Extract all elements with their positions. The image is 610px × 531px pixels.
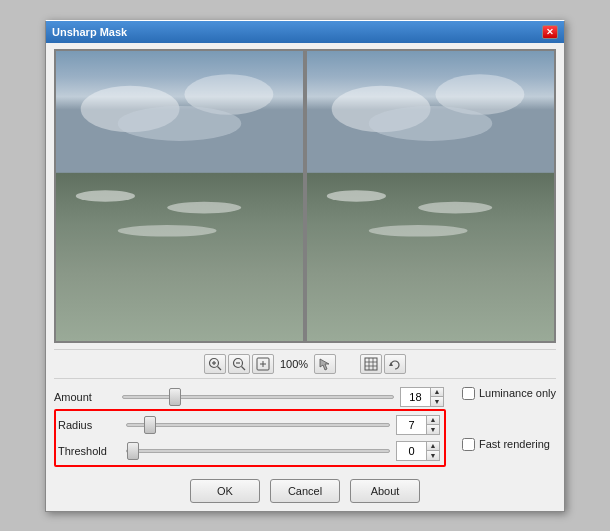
title-bar-controls: ✕	[542, 25, 558, 39]
amount-slider-container	[122, 387, 394, 407]
threshold-input[interactable]: 0	[396, 441, 426, 461]
window-title: Unsharp Mask	[52, 26, 127, 38]
svg-point-6	[167, 201, 241, 213]
zoom-fit-icon	[256, 357, 270, 371]
preview-panel-right	[307, 51, 554, 341]
threshold-slider-container	[126, 441, 390, 461]
threshold-spinbox: 0 ▲ ▼	[396, 441, 442, 461]
svg-point-15	[369, 225, 468, 237]
amount-input[interactable]: 18	[400, 387, 430, 407]
close-button[interactable]: ✕	[542, 25, 558, 39]
highlighted-controls: Radius 7 ▲ ▼	[54, 409, 446, 467]
luminance-label: Luminance only	[479, 387, 556, 399]
luminance-checkbox[interactable]	[462, 387, 475, 400]
radius-slider-container	[126, 415, 390, 435]
undo-icon	[388, 357, 402, 371]
radius-slider[interactable]	[126, 423, 390, 427]
grid-icon	[364, 357, 378, 371]
svg-point-5	[76, 190, 135, 202]
amount-up-arrow[interactable]: ▲	[430, 387, 444, 397]
svg-point-11	[369, 106, 493, 141]
threshold-up-arrow[interactable]: ▲	[426, 441, 440, 451]
amount-down-arrow[interactable]: ▼	[430, 396, 444, 407]
radius-spinbox: 7 ▲ ▼	[396, 415, 442, 435]
cursor-icon	[318, 357, 332, 371]
cursor-tool-button[interactable]	[314, 354, 336, 374]
zoom-fit-button[interactable]	[252, 354, 274, 374]
dialog-content: 100%	[46, 43, 564, 511]
cancel-button[interactable]: Cancel	[270, 479, 340, 503]
radius-up-arrow[interactable]: ▲	[426, 415, 440, 425]
svg-line-17	[217, 366, 221, 370]
radius-label: Radius	[58, 419, 120, 431]
threshold-label: Threshold	[58, 445, 120, 457]
preview-image-left	[56, 51, 303, 341]
preview-toolbar: 100%	[54, 349, 556, 379]
amount-arrows: ▲ ▼	[430, 387, 444, 407]
luminance-checkbox-row: Luminance only	[462, 387, 556, 400]
svg-marker-26	[320, 359, 329, 370]
ok-button[interactable]: OK	[190, 479, 260, 503]
about-button[interactable]: About	[350, 479, 420, 503]
fast-rendering-label: Fast rendering	[479, 438, 550, 450]
controls-and-checkboxes: Amount 18 ▲ ▼ R	[54, 387, 556, 469]
preview-area	[54, 49, 556, 343]
zoom-level-label: 100%	[280, 358, 308, 370]
zoom-out-button[interactable]	[228, 354, 250, 374]
threshold-slider[interactable]	[126, 449, 390, 453]
undo-button[interactable]	[384, 354, 406, 374]
svg-line-21	[241, 366, 245, 370]
radius-down-arrow[interactable]: ▼	[426, 424, 440, 435]
fast-rendering-checkbox[interactable]	[462, 438, 475, 451]
preview-panel-left	[56, 51, 303, 341]
grid-button[interactable]	[360, 354, 382, 374]
threshold-arrows: ▲ ▼	[426, 441, 440, 461]
preview-image-right	[307, 51, 554, 341]
svg-point-3	[118, 106, 242, 141]
radius-row: Radius 7 ▲ ▼	[58, 415, 442, 435]
zoom-in-icon	[208, 357, 222, 371]
zoom-out-icon	[232, 357, 246, 371]
unsharp-mask-dialog: Unsharp Mask ✕	[45, 20, 565, 512]
threshold-row: Threshold 0 ▲ ▼	[58, 441, 442, 461]
checkbox-area: Luminance only Fast rendering	[462, 387, 556, 451]
fast-rendering-checkbox-row: Fast rendering	[462, 438, 556, 451]
svg-point-7	[118, 225, 217, 237]
sliders-section: Amount 18 ▲ ▼ R	[54, 387, 446, 469]
amount-label: Amount	[54, 391, 116, 403]
amount-slider[interactable]	[122, 395, 394, 399]
amount-spinbox: 18 ▲ ▼	[400, 387, 446, 407]
svg-rect-27	[365, 358, 377, 370]
title-bar: Unsharp Mask ✕	[46, 21, 564, 43]
svg-point-14	[418, 201, 492, 213]
threshold-down-arrow[interactable]: ▼	[426, 450, 440, 461]
radius-input[interactable]: 7	[396, 415, 426, 435]
svg-point-13	[327, 190, 386, 202]
zoom-in-button[interactable]	[204, 354, 226, 374]
button-row: OK Cancel About	[54, 479, 556, 503]
amount-row: Amount 18 ▲ ▼	[54, 387, 446, 407]
radius-arrows: ▲ ▼	[426, 415, 440, 435]
